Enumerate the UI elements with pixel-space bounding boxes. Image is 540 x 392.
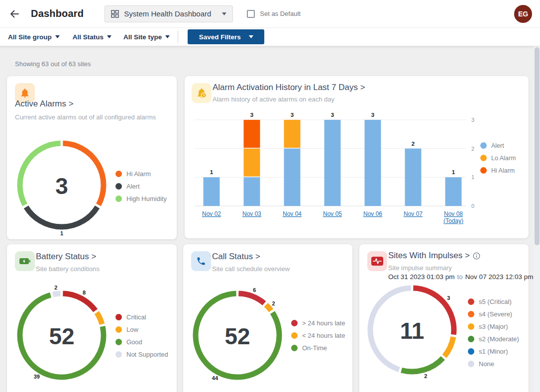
active-alarms-subtitle: Current active alarms out of all configu… [15, 113, 156, 121]
donut-segment[interactable] [63, 143, 104, 205]
dashboard-content: Showing 63 out of 63 sites Active Alarms… [0, 46, 540, 392]
donut-center-value: 3 [55, 173, 68, 199]
vertical-scrollbar-track[interactable] [534, 46, 540, 392]
back-button[interactable] [8, 7, 21, 20]
bar-segment[interactable] [204, 177, 220, 206]
call-status-legend: > 24 hours late< 24 hours lateOn-Time [291, 317, 345, 354]
dashboard-selector-dropdown[interactable]: System Health Dashboard [105, 5, 233, 22]
legend-label: Hi Alarm [491, 167, 515, 174]
filter-site-group[interactable]: All Site group [8, 33, 60, 41]
sites-with-impulses-title[interactable]: Sites With Impulses > [388, 251, 470, 261]
alarm-history-subtitle: Alarm history of active alarms on each d… [213, 96, 334, 103]
legend-label: High Humidity [126, 195, 167, 202]
bar-segment[interactable] [244, 149, 260, 177]
battery-status-donut-chart: 839252 [12, 286, 111, 391]
bar-total-label: 3 [250, 112, 253, 118]
y-axis-tick-label: 3 [471, 117, 474, 123]
saved-filters-button[interactable]: Saved Filters [188, 29, 264, 44]
alarm-history-card: Alarm Activation History in Last 7 Days … [185, 76, 529, 238]
active-alarms-card: Active Alarms > Current active alarms ou… [7, 76, 177, 239]
legend-label: < 24 hours late [302, 332, 345, 339]
alarm-history-title[interactable]: Alarm Activation History in Last 7 Days … [213, 83, 365, 93]
donut-segment[interactable] [444, 337, 453, 356]
set-as-default-checkbox[interactable] [247, 10, 255, 18]
set-as-default-control: Set as Default [247, 10, 301, 18]
call-status-donut-chart: 624452 [188, 286, 287, 391]
donut-segment[interactable] [63, 294, 95, 310]
date-link[interactable]: Nov 06 [363, 210, 382, 217]
active-alarms-title[interactable]: Active Alarms > [15, 99, 74, 109]
legend-dot [468, 311, 474, 317]
legend-dot [115, 351, 122, 358]
impulses-donut-chart: 3211 [362, 280, 462, 386]
legend-item: < 24 hours late [291, 329, 345, 342]
vertical-scrollbar-thumb[interactable] [535, 47, 540, 245]
filter-status[interactable]: All Status [73, 33, 111, 41]
legend-item: Alert [480, 139, 516, 152]
info-icon[interactable] [473, 252, 480, 260]
donut-segment[interactable] [266, 305, 271, 311]
date-link[interactable]: Nov 04 [283, 210, 302, 217]
legend-dot [115, 183, 122, 190]
battery-status-title[interactable]: Battery Status > [36, 252, 96, 262]
donut-segment[interactable] [402, 358, 443, 372]
segment-value-label: 6 [253, 287, 256, 293]
user-avatar[interactable]: EG [514, 5, 532, 23]
donut-segment[interactable] [238, 294, 264, 303]
donut-segment[interactable] [26, 207, 97, 227]
legend-dot [480, 167, 487, 174]
battery-status-subtitle: Site battery conditions [36, 265, 100, 273]
legend-dot [480, 142, 487, 149]
donut-segment[interactable] [53, 294, 60, 294]
filter-site-type-label: All Site type [123, 33, 162, 41]
phone-icon [191, 251, 211, 271]
dashboard-selector-value: System Health Dashboard [124, 9, 211, 18]
legend-item: High Humidity [115, 193, 167, 205]
legend-item: > 24 hours late [291, 317, 345, 329]
impulse-icon [367, 251, 387, 271]
call-status-title[interactable]: Call Status > [212, 252, 260, 262]
donut-center-value: 52 [49, 323, 74, 349]
segment-value-label: 8 [83, 290, 86, 295]
legend-item: Hi Alarm [480, 164, 516, 177]
bar-segment[interactable] [244, 120, 260, 148]
active-alarms-donut-chart: 13 [12, 135, 111, 241]
alarm-history-bar-chart: 01231Nov 023Nov 033Nov 043Nov 053Nov 062… [189, 111, 507, 232]
bar-total-label: 3 [371, 112, 374, 118]
bar-segment[interactable] [244, 177, 260, 206]
bar-segment[interactable] [284, 120, 301, 148]
date-link[interactable]: Nov 03 [242, 210, 261, 217]
legend-dot [468, 323, 474, 330]
donut-center-value: 11 [400, 318, 425, 344]
bar-segment[interactable] [445, 177, 462, 206]
donut-segment[interactable] [97, 312, 102, 324]
segment-value-label: 2 [424, 373, 427, 379]
date-range-connector: to [455, 273, 465, 281]
bar-segment[interactable] [365, 120, 381, 206]
y-axis-tick-label: 2 [471, 146, 474, 152]
sites-with-impulses-card: Sites With Impulses > Site impulse summa… [359, 244, 529, 392]
legend-label: Not Supported [126, 351, 168, 358]
battery-icon [15, 251, 35, 271]
active-alarms-legend: Hi AlarmAlertHigh Humidity [115, 168, 167, 205]
bar-segment[interactable] [284, 149, 301, 206]
legend-label: None [479, 360, 494, 368]
legend-item: Critical [115, 311, 168, 323]
date-range-until: Nov 07 2023 12:03 pm [465, 273, 534, 281]
date-link[interactable]: Nov 05 [323, 210, 342, 217]
legend-item: Low [115, 323, 168, 336]
bar-segment[interactable] [405, 149, 422, 206]
legend-label: s5 (Critical) [479, 298, 512, 305]
date-link[interactable]: Nov 02 [202, 210, 221, 217]
date-link[interactable]: Nov 07 [404, 210, 423, 217]
date-link[interactable]: Nov 08 [444, 210, 463, 217]
bar-segment[interactable] [324, 120, 341, 206]
filter-site-type[interactable]: All Site type [123, 33, 170, 41]
legend-dot [468, 361, 474, 367]
legend-label: On-Time [302, 344, 327, 352]
legend-label: s2 (Moderate) [479, 335, 519, 343]
donut-segment[interactable] [20, 143, 61, 205]
y-axis-tick-label: 0 [471, 203, 474, 209]
battery-status-card: Battery Status > Site battery conditions… [7, 244, 177, 392]
date-link[interactable]: (Today) [443, 217, 463, 224]
